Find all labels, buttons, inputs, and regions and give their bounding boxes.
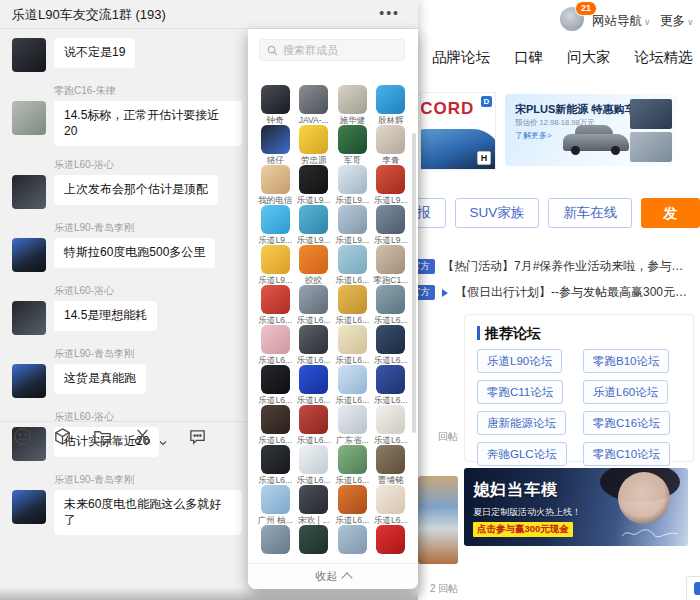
member-avatar[interactable] [261, 125, 290, 154]
member-item[interactable]: 乐道L6... [334, 445, 370, 485]
sender-avatar[interactable] [12, 38, 46, 72]
forum-chip[interactable]: 零跑B10论坛 [583, 349, 669, 373]
member-avatar[interactable] [261, 485, 290, 514]
message-input-area[interactable] [0, 452, 247, 584]
member-avatar[interactable] [338, 85, 367, 114]
member-avatar[interactable] [261, 205, 290, 234]
forum-chip[interactable]: 唐新能源论坛 [477, 411, 566, 435]
member-avatar[interactable] [299, 245, 328, 274]
member-avatar[interactable] [376, 285, 405, 314]
member-item[interactable]: 乐道L6... [257, 405, 293, 445]
member-item[interactable]: 乐道L6... [334, 245, 370, 285]
sender-avatar[interactable] [12, 301, 46, 335]
member-item[interactable]: 乐道L9... [257, 205, 293, 245]
chevron-down-icon[interactable] [159, 433, 167, 441]
member-avatar[interactable] [299, 325, 328, 354]
announcement-row[interactable]: 官方【热门活动】7月#保养作业活动来啦，参与赢取... [406, 258, 696, 275]
chat-history-icon[interactable] [188, 427, 207, 446]
member-avatar[interactable] [299, 285, 328, 314]
member-item[interactable]: 乐道L6... [257, 365, 293, 405]
screenshot-scissors-icon[interactable] [133, 427, 152, 446]
member-avatar[interactable] [376, 165, 405, 194]
member-avatar[interactable] [299, 85, 328, 114]
ad-link[interactable]: 了解更多> [515, 130, 552, 141]
member-item[interactable]: 乐道L9... [334, 205, 370, 245]
promo-cta[interactable]: 点击参与赢300元现金 [473, 522, 573, 537]
member-avatar[interactable] [338, 285, 367, 314]
member-avatar[interactable] [376, 485, 405, 514]
member-avatar[interactable] [261, 405, 290, 434]
thread-thumbnail[interactable] [418, 476, 458, 564]
member-item[interactable]: 乐道L6... [334, 325, 370, 365]
forum-chip[interactable]: 零跑C11论坛 [477, 380, 563, 404]
publish-button[interactable]: 发布∨ [641, 198, 700, 228]
member-item[interactable]: 乐道L6... [296, 405, 332, 445]
member-avatar[interactable] [376, 205, 405, 234]
member-item[interactable]: 军哥 [334, 125, 370, 165]
more-icon[interactable]: ••• [379, 5, 400, 21]
member-item[interactable]: 乐道L6... [296, 285, 332, 325]
member-item[interactable]: 乐道L6... [373, 365, 409, 405]
member-item[interactable]: 钟奇 [257, 85, 293, 125]
member-avatar[interactable] [338, 485, 367, 514]
member-item[interactable]: 乐道L6... [334, 285, 370, 325]
member-avatar[interactable] [338, 525, 367, 554]
forum-tab-button[interactable]: 新车在线 [548, 198, 632, 228]
member-item[interactable]: 乐道L6... [334, 485, 370, 525]
member-avatar[interactable] [338, 205, 367, 234]
sender-avatar[interactable] [12, 364, 46, 398]
member-item[interactable]: 乐道L6... [373, 485, 409, 525]
member-item[interactable]: 乐道L6... [373, 325, 409, 365]
member-avatar[interactable] [261, 445, 290, 474]
honda-ad-banner[interactable]: CCORD D H [420, 92, 496, 170]
promo-ad-banner[interactable]: 媳妇当车模 夏日定制版活动火热上线！ 点击参与赢300元现金 [464, 468, 688, 546]
member-avatar[interactable] [261, 85, 290, 114]
member-item[interactable]: 施华健 [334, 85, 370, 125]
member-avatar[interactable] [261, 285, 290, 314]
member-avatar[interactable] [376, 525, 405, 554]
member-item[interactable]: 乐道L6... [296, 325, 332, 365]
member-item[interactable]: 李青 [373, 125, 409, 165]
member-search-input[interactable]: 搜索群成员 [259, 39, 405, 61]
member-avatar[interactable] [261, 245, 290, 274]
member-item[interactable]: 乐道L6... [334, 365, 370, 405]
member-avatar[interactable] [376, 245, 405, 274]
nav-item[interactable]: 品牌论坛 [432, 48, 490, 67]
site-nav-dropdown[interactable]: 网站导航∨ [592, 13, 651, 30]
member-item[interactable]: 广州 柚... [257, 485, 293, 525]
member-avatar[interactable] [376, 365, 405, 394]
member-item[interactable]: 乐道L6... [257, 325, 293, 365]
member-avatar[interactable] [261, 365, 290, 394]
member-item[interactable]: 广东省... [334, 405, 370, 445]
member-avatar[interactable] [376, 445, 405, 474]
forum-chip[interactable]: 零跑C16论坛 [583, 411, 670, 435]
member-item[interactable]: JAVA-... [296, 85, 332, 125]
member-avatar[interactable] [299, 165, 328, 194]
member-avatar[interactable] [376, 85, 405, 114]
member-avatar[interactable] [299, 405, 328, 434]
nav-item[interactable]: 问大家 [567, 48, 611, 67]
member-item[interactable]: 皎皎 [296, 245, 332, 285]
cube-icon[interactable] [53, 427, 72, 446]
member-item[interactable]: 乐道L6... [257, 445, 293, 485]
member-avatar[interactable] [299, 125, 328, 154]
member-item[interactable]: 猪仔 [257, 125, 293, 165]
forum-tab-button[interactable]: SUV家族 [455, 198, 540, 228]
member-avatar[interactable] [261, 525, 290, 554]
member-item[interactable]: 乐道L9... [296, 165, 332, 205]
member-avatar[interactable] [338, 365, 367, 394]
sender-avatar[interactable] [12, 238, 46, 272]
member-item[interactable]: 乐道L6... [373, 285, 409, 325]
member-avatar[interactable] [338, 125, 367, 154]
member-item[interactable]: 曹埔铭 [373, 445, 409, 485]
member-item[interactable]: 乐道L9... [257, 245, 293, 285]
member-item[interactable]: 宋欢 | ... [296, 485, 332, 525]
member-item[interactable]: 零跑C1... [373, 245, 409, 285]
member-item[interactable]: 我的电信 [257, 165, 293, 205]
member-avatar[interactable] [338, 405, 367, 434]
member-avatar[interactable] [376, 125, 405, 154]
member-avatar[interactable] [338, 165, 367, 194]
member-item[interactable]: 乐道L9... [373, 165, 409, 205]
member-item[interactable]: 劳忠源 [296, 125, 332, 165]
folder-icon[interactable] [93, 427, 112, 446]
